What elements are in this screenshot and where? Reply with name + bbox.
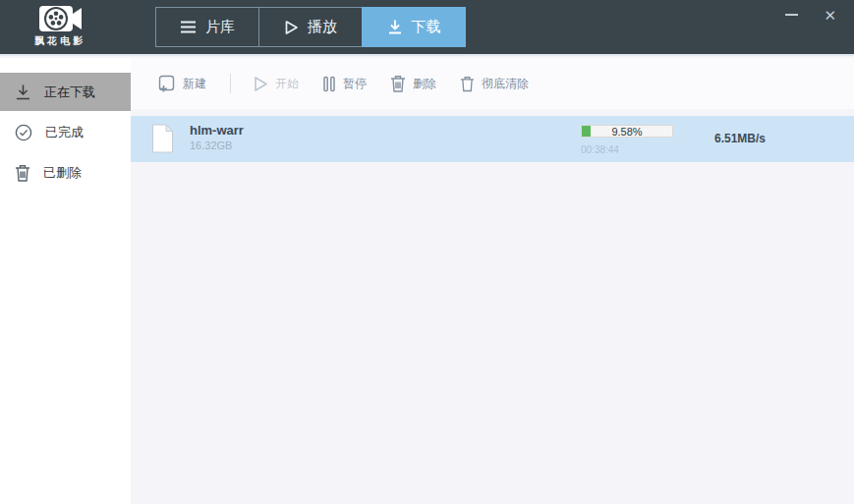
app-logo: 飘花电影	[18, 2, 102, 48]
tool-button-label: 暂停	[343, 76, 367, 92]
purge-button[interactable]: 彻底清除	[460, 75, 529, 92]
start-icon	[253, 76, 268, 92]
download-icon	[15, 84, 31, 100]
movie-camera-logo-icon	[18, 2, 102, 35]
sidebar-item-downloading[interactable]: 正在下载	[0, 73, 131, 111]
progress-track: 9.58%	[581, 125, 673, 138]
header-bar: 飘花电影 片库 播放	[0, 0, 854, 56]
new-task-button[interactable]: 新建	[157, 75, 206, 93]
file-icon	[151, 124, 174, 153]
app-window: 飘花电影 片库 播放	[0, 0, 854, 504]
window-controls: ✕	[785, 0, 836, 29]
tab-library[interactable]: 片库	[155, 7, 259, 47]
tab-label: 下载	[412, 18, 441, 36]
sidebar-item-label: 已完成	[45, 124, 84, 141]
sidebar-item-label: 已删除	[43, 164, 82, 182]
tool-button-label: 删除	[413, 76, 436, 92]
download-speed: 6.51MB/s	[714, 132, 766, 145]
delete-button[interactable]: 删除	[390, 75, 436, 92]
download-time-remaining: 00:38:44	[581, 144, 619, 155]
download-size: 16.32GB	[190, 140, 232, 151]
main-tab-bar: 片库 播放 下载	[155, 7, 466, 47]
sidebar-item-completed[interactable]: 已完成	[0, 113, 131, 151]
download-name: hlm-warr	[190, 123, 244, 138]
toolbar-separator	[230, 74, 231, 93]
download-list-item[interactable]: hlm-warr 16.32GB 9.58% 00:38:44 6.51MB/s	[131, 116, 854, 162]
download-toolbar: 新建 开始 暂停	[131, 58, 854, 109]
purge-icon	[460, 75, 475, 92]
download-icon	[387, 20, 403, 34]
tool-button-label: 彻底清除	[482, 76, 529, 92]
tab-download[interactable]: 下载	[362, 7, 466, 47]
progress-bar: 9.58%	[581, 125, 673, 138]
main-panel: 新建 开始 暂停	[131, 58, 854, 504]
tab-label: 片库	[205, 18, 235, 36]
delete-icon	[390, 75, 406, 92]
pause-button[interactable]: 暂停	[322, 76, 367, 92]
new-task-icon	[157, 75, 176, 93]
library-list-icon	[180, 21, 197, 33]
sidebar-item-deleted[interactable]: 已删除	[0, 153, 131, 192]
sidebar-item-label: 正在下载	[44, 84, 95, 101]
check-circle-icon	[15, 124, 32, 141]
tool-button-label: 开始	[275, 76, 299, 92]
pause-icon	[322, 76, 336, 92]
sidebar: 正在下载 已完成 已删除	[0, 58, 131, 504]
start-button[interactable]: 开始	[253, 76, 299, 92]
tab-play[interactable]: 播放	[258, 7, 363, 47]
tool-button-label: 新建	[183, 76, 206, 92]
app-logo-text: 飘花电影	[18, 34, 102, 48]
tab-label: 播放	[308, 18, 337, 36]
play-icon	[284, 20, 299, 35]
minimize-button[interactable]	[785, 14, 798, 16]
progress-percent-label: 9.58%	[582, 126, 672, 139]
trash-icon	[15, 164, 30, 182]
close-button[interactable]: ✕	[824, 8, 836, 23]
